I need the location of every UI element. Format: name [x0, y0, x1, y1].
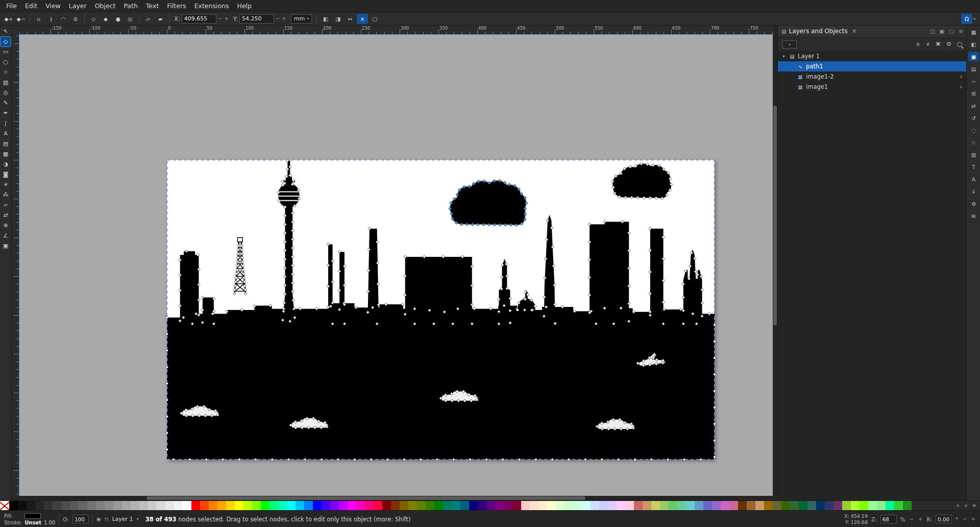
color-swatch[interactable] — [374, 501, 382, 510]
color-swatch[interactable] — [512, 501, 521, 510]
color-swatch[interactable] — [460, 501, 469, 510]
color-swatch[interactable] — [148, 501, 157, 510]
color-swatch[interactable] — [27, 501, 35, 510]
y-input[interactable]: 54.250 — [239, 14, 274, 23]
opacity-input[interactable]: 100 — [72, 515, 89, 523]
undo-history-dialog-icon[interactable]: ↺ — [968, 113, 979, 123]
bezier-pen-tool[interactable]: ✒ — [1, 108, 11, 118]
stroke-width[interactable]: 1.00 — [44, 520, 55, 525]
eraser-tool[interactable]: ▱ — [1, 200, 11, 210]
unit-dropdown[interactable]: mm ▾ — [291, 14, 312, 23]
color-swatch[interactable] — [851, 501, 860, 510]
canvas-viewport[interactable] — [19, 34, 773, 496]
show-transform-handles-button[interactable]: ↔ — [345, 14, 356, 24]
corner-node-button[interactable]: ◇ — [88, 14, 99, 24]
box-3d-tool[interactable]: ▧ — [1, 78, 11, 87]
delete-segment-button[interactable]: ⊘ — [70, 14, 81, 24]
color-swatch[interactable] — [209, 501, 217, 510]
text-dialog-icon[interactable]: A — [968, 174, 979, 184]
color-swatch[interactable] — [226, 501, 235, 510]
color-swatch[interactable] — [695, 501, 703, 510]
color-swatch[interactable] — [504, 501, 512, 510]
rectangle-tool[interactable]: ▭ — [1, 47, 11, 57]
color-swatch[interactable] — [61, 501, 70, 510]
block-building[interactable] — [405, 257, 472, 324]
edit-mask-button[interactable]: ◨ — [332, 14, 344, 24]
float-icon[interactable]: ▣ — [939, 28, 944, 34]
horizontal-ruler[interactable]: -150-100-5005010015020025030035040045050… — [19, 25, 773, 35]
color-swatch[interactable] — [382, 501, 391, 510]
spiral-tool[interactable]: ◎ — [1, 88, 11, 98]
preferences-dialog-icon[interactable]: ⚙ — [968, 199, 979, 208]
color-swatch[interactable] — [877, 501, 886, 510]
color-swatch[interactable] — [842, 501, 851, 510]
color-swatch[interactable] — [174, 501, 183, 510]
transform-dialog-icon[interactable]: ⇄ — [968, 101, 979, 110]
color-swatch[interactable] — [478, 501, 486, 510]
color-swatch[interactable] — [573, 501, 582, 510]
ellipse-tool[interactable]: ○ — [1, 57, 11, 67]
swatches-dialog-icon[interactable]: ▩ — [968, 27, 979, 37]
color-swatch[interactable] — [886, 501, 894, 510]
fill-swatch[interactable] — [24, 513, 41, 519]
color-swatch[interactable] — [252, 501, 261, 510]
symbols-dialog-icon[interactable]: ☆ — [968, 137, 979, 147]
color-swatch[interactable] — [191, 501, 200, 510]
vertical-scrollbar[interactable] — [773, 34, 777, 496]
color-swatch[interactable] — [799, 501, 807, 510]
color-swatch[interactable] — [105, 501, 113, 510]
objects-dialog-icon[interactable]: ▤ — [968, 64, 979, 74]
layer-row-image1-2[interactable]: ▦image1-2∨ — [778, 71, 967, 82]
color-swatch[interactable] — [287, 501, 296, 510]
pencil-tool[interactable]: ✎ — [1, 98, 11, 108]
color-swatch[interactable] — [530, 501, 538, 510]
stroke-value[interactable]: Unset — [24, 520, 41, 525]
menu-edit[interactable]: Edit — [21, 1, 41, 11]
color-swatch[interactable] — [755, 501, 764, 510]
snap-expander-icon[interactable]: ▸ — [974, 16, 976, 21]
menu-text[interactable]: Text — [142, 1, 163, 11]
measure-tool[interactable]: ∠ — [1, 231, 11, 241]
panel-menu-icon[interactable]: ≡ — [959, 28, 963, 34]
messages-dialog-icon[interactable]: ✉ — [968, 211, 979, 221]
rotation-increment-button[interactable]: + — [971, 516, 976, 522]
color-swatch[interactable] — [348, 501, 356, 510]
color-swatch[interactable] — [261, 501, 270, 510]
fill-stroke-indicator[interactable]: Fill: Stroke: Unset 1.00 — [4, 513, 55, 525]
xml-editor-dialog-icon[interactable]: ‹› — [968, 76, 979, 86]
menu-filters[interactable]: Filters — [163, 1, 190, 11]
paint-bucket-tool[interactable]: ◙ — [1, 170, 11, 179]
layer-lock-icon[interactable]: ⊓ — [105, 516, 109, 522]
x-decrement-button[interactable]: − — [217, 16, 223, 21]
color-swatch[interactable] — [790, 501, 799, 510]
menu-file[interactable]: File — [2, 1, 21, 11]
rotation-decrement-button[interactable]: − — [962, 516, 967, 522]
color-swatch[interactable] — [860, 501, 868, 510]
join-with-segment-button[interactable]: ◠ — [58, 14, 69, 24]
selector-tool[interactable]: ↖ — [1, 27, 11, 36]
color-swatch[interactable] — [122, 501, 131, 510]
color-swatch[interactable] — [651, 501, 660, 510]
x-increment-button[interactable]: + — [224, 16, 229, 21]
gear-icon[interactable]: ⚙ — [946, 41, 951, 47]
layer-row-layer-1[interactable]: ▾▤Layer 1 — [778, 51, 967, 61]
zoom-decrement-button[interactable]: − — [909, 516, 914, 522]
object-to-path-button[interactable]: ▱ — [142, 14, 154, 24]
color-swatch[interactable] — [634, 501, 643, 510]
chevron-down-icon[interactable]: ▾ — [137, 517, 139, 521]
gradient-tool[interactable]: ▤ — [1, 139, 11, 149]
color-swatch[interactable] — [834, 501, 842, 510]
edit-clip-button[interactable]: ◧ — [320, 14, 331, 24]
close-icon[interactable]: × — [852, 28, 857, 35]
color-swatch[interactable] — [217, 501, 226, 510]
color-swatch[interactable] — [469, 501, 478, 510]
search-icon[interactable] — [957, 42, 962, 47]
color-swatch[interactable] — [677, 501, 686, 510]
horizontal-scrollbar-thumb[interactable] — [146, 496, 585, 500]
color-swatch[interactable] — [703, 501, 712, 510]
calligraphy-tool[interactable]: ∫ — [1, 118, 11, 128]
tv-tower[interactable] — [278, 160, 300, 321]
color-swatch[interactable] — [400, 501, 408, 510]
color-swatch[interactable] — [452, 501, 460, 510]
color-swatch[interactable] — [547, 501, 556, 510]
